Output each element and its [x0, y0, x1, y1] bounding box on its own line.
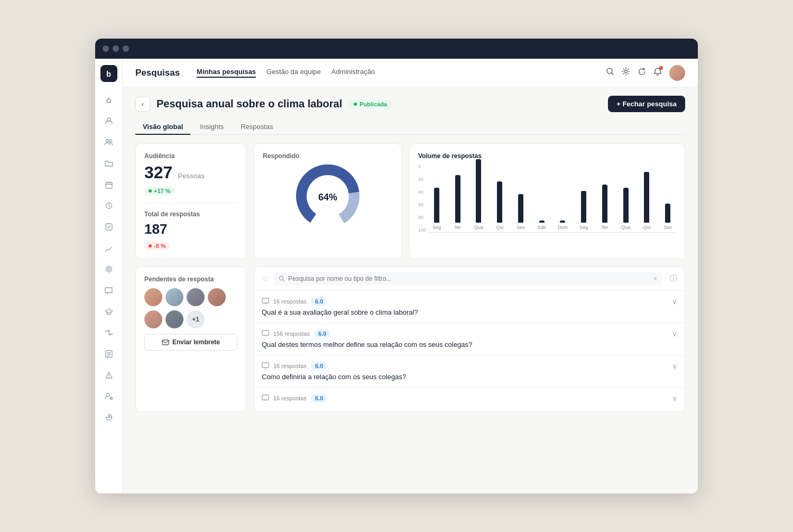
sidebar-item-pie[interactable]: [99, 408, 118, 427]
bar: [476, 159, 481, 223]
sidebar-item-folder[interactable]: [99, 154, 118, 173]
search-input[interactable]: [288, 275, 650, 282]
volume-card-title: Volume de respostas: [418, 152, 676, 160]
responded-card-title: Respondido: [263, 152, 393, 160]
bar-label: Ter: [602, 225, 608, 230]
question-expand-3[interactable]: ∨: [672, 362, 677, 370]
sidebar-item-message[interactable]: [99, 281, 118, 300]
total-responses-change-tag: -8 %: [144, 242, 170, 250]
question-icon-4: [262, 394, 269, 402]
clear-search-button[interactable]: ×: [653, 275, 657, 282]
close-survey-button[interactable]: + Fechar pesquisa: [608, 96, 685, 112]
settings-button[interactable]: [622, 67, 630, 78]
pending-title: Pendentes de resposta: [144, 276, 237, 283]
reminder-button[interactable]: Enviar lembrete: [144, 334, 237, 351]
titlebar-dot-1: [103, 45, 109, 52]
svg-point-10: [110, 398, 112, 399]
volume-card: Volume de respostas 100 80 60 40 20 0: [409, 143, 685, 259]
question-expand-1[interactable]: ∨: [672, 297, 677, 306]
main-content: Pesquisas Minhas pesquisas Gestão da equ…: [123, 59, 698, 493]
search-input-wrap: ×: [273, 272, 662, 285]
user-avatar[interactable]: [669, 65, 685, 81]
sidebar-item-user-settings[interactable]: [99, 387, 118, 406]
pending-avatar-6: [165, 310, 183, 328]
sidebar-item-target[interactable]: [99, 260, 118, 279]
question-item-4: 16 respostas 6.0 ∨: [254, 388, 685, 411]
pending-avatar-4: [208, 288, 226, 306]
reminder-label: Enviar lembrete: [172, 338, 220, 346]
sidebar-item-surveys[interactable]: [99, 344, 118, 363]
bar-chart-area: Seg Ter Qua Qui Sex Sáb Dom Seg Ter Qu: [428, 164, 676, 233]
bar-label: Qua: [621, 225, 630, 230]
bar-label: Sáb: [538, 225, 546, 230]
bar-col: Qua: [471, 159, 487, 230]
sidebar-item-alert[interactable]: [99, 365, 118, 384]
pending-avatar-more: +1: [187, 310, 205, 328]
question-text-2: Qual destes termos melhor define sua rel…: [262, 341, 677, 348]
page-body: ‹ Pesquisa anual sobre o clima laboral P…: [123, 87, 698, 493]
bar-label: Ter: [454, 225, 461, 230]
y-label-0: 0: [418, 164, 426, 169]
question-expand-4[interactable]: ∨: [672, 394, 677, 402]
info-button[interactable]: ⓘ: [670, 274, 677, 283]
tab-overview[interactable]: Visão global: [135, 120, 190, 135]
sidebar-item-flow[interactable]: [99, 323, 118, 342]
total-responses-number-row: 187: [144, 221, 237, 237]
sidebar-item-group[interactable]: [99, 133, 118, 152]
y-label-40: 40: [418, 189, 426, 195]
sidebar-item-person[interactable]: [99, 112, 118, 131]
question-meta-1: 16 respostas 6.0 ∨: [262, 297, 677, 306]
sidebar-item-home[interactable]: ⌂: [99, 90, 118, 109]
question-meta-4: 16 respostas 6.0 ∨: [262, 394, 677, 402]
green-dot: [149, 189, 152, 192]
svg-point-2: [109, 140, 112, 142]
question-icon-2: [262, 329, 269, 338]
refresh-button[interactable]: [638, 67, 646, 78]
bar-label: Sex: [517, 225, 525, 230]
bar-label: Qua: [474, 225, 483, 230]
topnav-link-team[interactable]: Gestão da equipe: [266, 68, 321, 78]
question-count-2: 156 respostas: [273, 331, 310, 337]
bar: [581, 191, 586, 223]
svg-point-7: [107, 268, 110, 271]
bar: [623, 188, 629, 223]
sidebar-item-check[interactable]: [99, 217, 118, 236]
bar: [455, 175, 460, 223]
sidebar-item-calendar[interactable]: [99, 175, 118, 194]
star-button[interactable]: ☆: [262, 274, 269, 284]
notification-button[interactable]: [653, 67, 662, 78]
bar: [497, 181, 502, 223]
audience-divider: [144, 203, 237, 203]
sidebar-item-clock[interactable]: [99, 196, 118, 215]
pending-avatar-3: [187, 288, 205, 306]
tab-insights[interactable]: Insights: [192, 120, 231, 135]
search-button[interactable]: [606, 67, 614, 78]
topnav-link-admin[interactable]: Administração: [331, 68, 375, 78]
topnav-link-my-surveys[interactable]: Minhas pesquisas: [197, 68, 256, 78]
pending-avatars-row1: [144, 288, 237, 306]
question-score-1: 6.0: [311, 297, 327, 306]
audience-card-title: Audiência: [144, 152, 237, 160]
svg-point-6: [106, 267, 112, 272]
envelope-icon: [162, 339, 169, 345]
pending-card: Pendentes de resposta +1: [135, 267, 246, 412]
question-count-3: 16 respostas: [273, 363, 307, 369]
y-label-100: 100: [418, 227, 426, 233]
question-count-4: 16 respostas: [273, 395, 307, 401]
audience-label: Pessoas: [178, 172, 205, 180]
back-button[interactable]: ‹: [135, 97, 150, 112]
svg-point-16: [280, 277, 283, 280]
question-count-1: 16 respostas: [273, 298, 307, 305]
svg-point-12: [625, 70, 628, 73]
bar: [560, 221, 565, 223]
bar-label: Qui: [643, 225, 650, 230]
svg-point-9: [106, 393, 109, 397]
bar: [644, 172, 649, 223]
svg-rect-5: [106, 224, 112, 230]
tab-responses[interactable]: Respostas: [233, 120, 280, 135]
question-expand-2[interactable]: ∨: [672, 329, 677, 338]
search-icon: [279, 276, 285, 282]
sidebar-item-chart[interactable]: [99, 239, 118, 258]
topnav: Pesquisas Minhas pesquisas Gestão da equ…: [123, 59, 698, 87]
sidebar-item-graduation[interactable]: [99, 302, 118, 321]
